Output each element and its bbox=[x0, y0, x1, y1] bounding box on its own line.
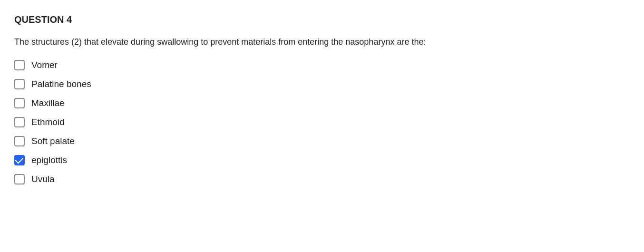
option-item-uvula[interactable]: Uvula bbox=[14, 174, 630, 184]
checkbox-epiglottis[interactable] bbox=[14, 155, 25, 165]
option-item-ethmoid[interactable]: Ethmoid bbox=[14, 117, 630, 127]
checkbox-soft-palate[interactable] bbox=[14, 136, 25, 146]
option-item-vomer[interactable]: Vomer bbox=[14, 60, 630, 70]
checkbox-uvula[interactable] bbox=[14, 174, 25, 184]
option-item-soft-palate[interactable]: Soft palate bbox=[14, 136, 630, 146]
option-label-ethmoid: Ethmoid bbox=[31, 117, 65, 127]
option-label-palatine-bones: Palatine bones bbox=[31, 79, 91, 89]
checkbox-ethmoid[interactable] bbox=[14, 117, 25, 127]
option-label-maxillae: Maxillae bbox=[31, 98, 65, 108]
question-title: QUESTION 4 bbox=[14, 14, 630, 25]
question-container: QUESTION 4 The structures (2) that eleva… bbox=[14, 14, 630, 184]
option-label-uvula: Uvula bbox=[31, 174, 55, 184]
option-item-epiglottis[interactable]: epiglottis bbox=[14, 155, 630, 165]
option-item-maxillae[interactable]: Maxillae bbox=[14, 98, 630, 108]
checkbox-palatine-bones[interactable] bbox=[14, 79, 25, 89]
option-label-vomer: Vomer bbox=[31, 60, 58, 70]
option-label-soft-palate: Soft palate bbox=[31, 136, 75, 146]
options-list: VomerPalatine bonesMaxillaeEthmoidSoft p… bbox=[14, 60, 630, 184]
checkbox-maxillae[interactable] bbox=[14, 98, 25, 108]
question-text: The structures (2) that elevate during s… bbox=[14, 36, 630, 48]
option-label-epiglottis: epiglottis bbox=[31, 155, 67, 165]
checkbox-vomer[interactable] bbox=[14, 60, 25, 70]
option-item-palatine-bones[interactable]: Palatine bones bbox=[14, 79, 630, 89]
